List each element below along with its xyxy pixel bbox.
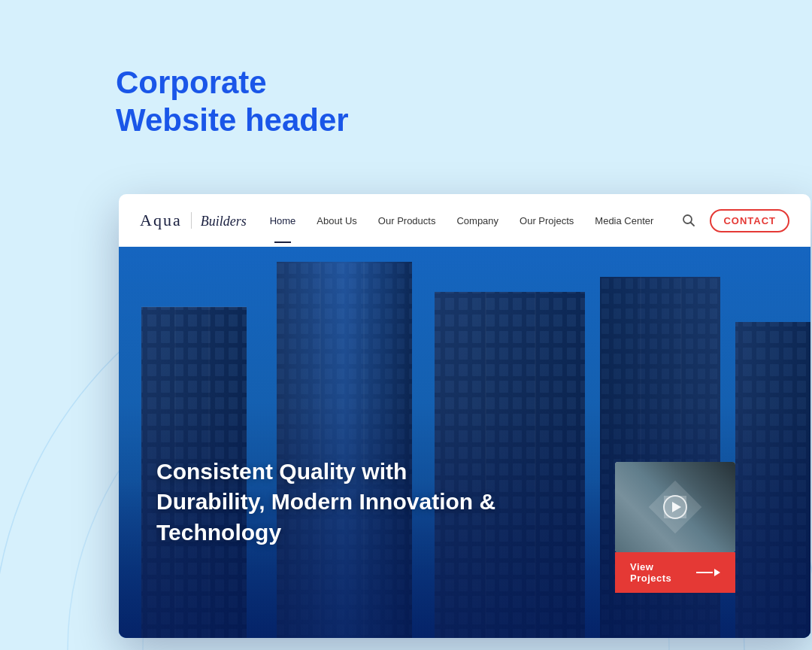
cta-label: View Projects bbox=[630, 561, 696, 584]
hero-headline: Consistent Quality with Durability, Mode… bbox=[156, 457, 502, 548]
video-thumb-inner bbox=[615, 462, 735, 552]
svg-line-4 bbox=[691, 223, 695, 226]
logo-builders: Builders bbox=[201, 214, 247, 229]
logo-area: Aqua Builders bbox=[140, 211, 247, 230]
logo-aqua: Aqua bbox=[140, 211, 182, 230]
website-header: Aqua Builders Home About Us Our Products… bbox=[119, 194, 810, 247]
nav-item-media[interactable]: Media Center bbox=[584, 215, 664, 226]
nav-item-company[interactable]: Company bbox=[446, 215, 509, 226]
search-icon bbox=[682, 214, 695, 227]
nav-item-products[interactable]: Our Products bbox=[368, 215, 447, 226]
page-title-line1: Corporate bbox=[116, 64, 349, 102]
page-title-line2: Website header bbox=[116, 102, 349, 139]
nav-item-home[interactable]: Home bbox=[259, 215, 307, 226]
main-nav: Home About Us Our Products Company Our P… bbox=[259, 215, 665, 226]
contact-button[interactable]: CONTACT bbox=[710, 209, 789, 232]
nav-item-about[interactable]: About Us bbox=[306, 215, 367, 226]
website-mockup: Aqua Builders Home About Us Our Products… bbox=[119, 194, 810, 638]
arrow-right-icon bbox=[696, 569, 720, 576]
video-card: View Projects bbox=[615, 462, 735, 593]
logo-divider bbox=[191, 212, 192, 229]
play-button[interactable] bbox=[663, 495, 687, 519]
video-thumbnail[interactable] bbox=[615, 462, 735, 552]
search-button[interactable] bbox=[677, 208, 701, 232]
hero-section: Consistent Quality with Durability, Mode… bbox=[119, 247, 810, 638]
page-title-area: Corporate Website header bbox=[116, 64, 349, 140]
nav-item-projects[interactable]: Our Projects bbox=[509, 215, 584, 226]
play-icon bbox=[672, 502, 681, 512]
nav-right: CONTACT bbox=[677, 208, 789, 232]
view-projects-button[interactable]: View Projects bbox=[615, 552, 735, 593]
hero-text: Consistent Quality with Durability, Mode… bbox=[156, 457, 502, 548]
